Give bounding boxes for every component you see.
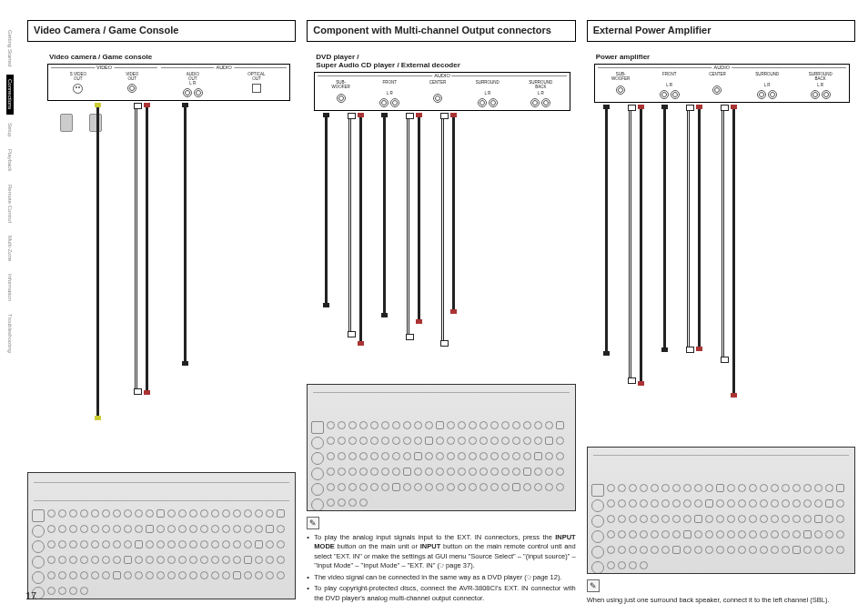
device-label: Video camera / Game console <box>49 53 296 61</box>
channel-row: SUB- WOOFERFRONTL RCENTERSURROUNDL RSURR… <box>318 81 566 107</box>
channel-port: FRONTL R <box>660 73 680 99</box>
channel-port: CENTER <box>429 81 447 107</box>
group-label-video: VIDEO <box>95 65 114 70</box>
tab-information[interactable]: Information <box>6 269 14 306</box>
note-item: To play copyright-protected discs, conne… <box>307 584 575 603</box>
note-item: To play the analog input signals input t… <box>307 533 575 571</box>
tab-getting-started[interactable]: Getting Started <box>6 25 14 71</box>
note-icon: ✎ <box>587 579 600 592</box>
device-connector-diagram: AUDIO SUB- WOOFERFRONTL RCENTERSURROUNDL… <box>594 64 850 103</box>
section-title: External Power Amplifier <box>587 20 855 42</box>
group-label-audio: AUDIO <box>432 73 451 78</box>
notes-block: ✎ To play the analog input signals input… <box>307 517 575 606</box>
section-video-game: Video Camera / Game Console Video camera… <box>27 20 296 605</box>
manual-page: Getting Started Connections Setup Playba… <box>0 0 868 614</box>
device-label: Power amplifier <box>596 53 855 61</box>
section-multichannel: Component with Multi-channel Output conn… <box>307 20 575 605</box>
device-connector-diagram: AUDIO SUB- WOOFERFRONTL RCENTERSURROUNDL… <box>314 72 570 111</box>
port-svideo-out: S VIDEO OUT <box>70 73 86 94</box>
channel-port: SUB- WOOFER <box>611 73 630 99</box>
channel-port: SUB- WOOFER <box>332 81 350 107</box>
receiver-rear-panel <box>27 472 296 599</box>
tab-troubleshooting[interactable]: Troubleshooting <box>6 309 14 357</box>
note-icon: ✎ <box>307 517 319 529</box>
receiver-jacks <box>591 484 851 568</box>
device-label: DVD player / Super Audio CD player / Ext… <box>316 53 575 69</box>
tab-remote-control[interactable]: Remote Control <box>6 180 14 227</box>
group-label-audio: AUDIO <box>214 65 233 70</box>
channel-port: SURROUNDL R <box>755 73 779 99</box>
device-connector-diagram: VIDEO S VIDEO OUT VIDEO OUT <box>47 64 290 101</box>
note-text: When using just one surround back speake… <box>587 596 855 606</box>
page-content: Video Camera / Game Console Video camera… <box>20 0 868 614</box>
receiver-jacks <box>311 421 570 505</box>
section-title: Component with Multi-channel Output conn… <box>307 20 575 42</box>
channel-port: FRONTL R <box>379 81 399 107</box>
connection-diagram <box>587 106 855 574</box>
connection-diagram <box>27 105 296 599</box>
channel-port: CENTER <box>709 73 726 99</box>
section-tabs-sidebar: Getting Started Connections Setup Playba… <box>0 0 20 614</box>
group-label-audio: AUDIO <box>712 65 732 70</box>
receiver-jacks <box>32 509 291 593</box>
section-title: Video Camera / Game Console <box>27 20 296 42</box>
note-item: The video signal can be connected in the… <box>307 573 575 583</box>
port-audio-out: AUDIO OUT L R <box>183 73 203 97</box>
tab-setup[interactable]: Setup <box>6 118 14 142</box>
port-optical-out: OPTICAL OUT <box>247 73 265 97</box>
receiver-rear-panel <box>587 447 855 574</box>
tab-playback[interactable]: Playback <box>6 145 14 176</box>
channel-port: SURROUND BACKL R <box>529 81 552 107</box>
tab-connections[interactable]: Connections <box>6 75 14 114</box>
channel-row: SUB- WOOFERFRONTL RCENTERSURROUNDL RSURR… <box>598 73 846 99</box>
channel-port: SURROUND BACKL R <box>809 73 833 99</box>
tab-multi-zone[interactable]: Multi-Zone <box>6 231 14 266</box>
channel-port: SURROUNDL R <box>476 81 500 107</box>
receiver-rear-panel <box>307 384 575 511</box>
port-video-out: VIDEO OUT <box>126 73 138 94</box>
page-number: 17 <box>25 590 36 601</box>
notes-block: ✎ When using just one surround back spea… <box>587 579 855 606</box>
section-power-amp: External Power Amplifier Power amplifier… <box>587 20 855 605</box>
connection-diagram <box>307 115 575 511</box>
